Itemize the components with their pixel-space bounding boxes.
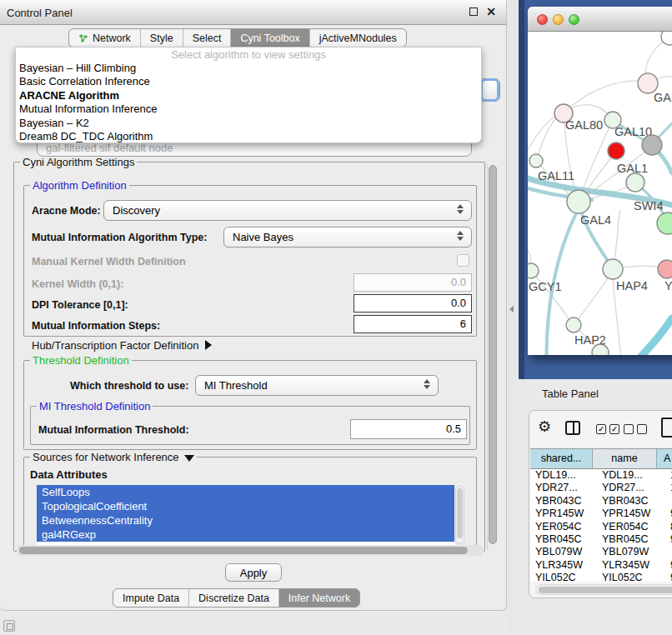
table-cell: YDL19...	[530, 469, 597, 482]
tab-jactivemnodules[interactable]: jActiveMNodules	[309, 29, 406, 47]
minimized-panel-icon[interactable]	[3, 620, 15, 632]
sources-toggle[interactable]: Sources for Network Inference	[30, 452, 197, 462]
settings-vscrollbar-thumb[interactable]	[489, 165, 497, 544]
divider-collapse-icon[interactable]	[509, 306, 514, 312]
table-cell: 9.	[665, 559, 672, 572]
network-node-gal11[interactable]	[529, 154, 543, 168]
column-header[interactable]: A	[657, 449, 672, 469]
which-threshold-combobox[interactable]: MI Threshold	[195, 375, 439, 396]
tab-impute-data[interactable]: Impute Data	[113, 589, 188, 607]
table-row[interactable]: YBL079WYBL079W	[530, 546, 672, 558]
network-edge[interactable]	[536, 113, 560, 161]
manual-kernel-label: Manual Kernel Width Definition	[32, 256, 186, 268]
table-cell: YBL079W	[530, 546, 597, 558]
tab-style[interactable]: Style	[140, 29, 183, 47]
gear-icon[interactable]: ⚙	[538, 419, 551, 434]
tab-network[interactable]: Network	[69, 29, 140, 47]
node-label: Y	[664, 279, 672, 292]
table-cell: 9.	[665, 508, 672, 520]
table-row[interactable]: YDR27...YDR27...12	[530, 482, 672, 494]
attributes-scrollbar[interactable]	[455, 486, 464, 544]
network-node[interactable]	[608, 142, 624, 159]
attribute-list-item[interactable]: gal4RGexp	[37, 528, 454, 542]
table-cell: YDL19...	[597, 469, 665, 482]
network-edge[interactable]	[615, 318, 672, 355]
network-node-gal4[interactable]	[567, 190, 590, 213]
which-threshold-value: MI Threshold	[204, 379, 268, 392]
dropdown-item[interactable]: Basic Correlation Inference	[16, 75, 481, 88]
dropdown-item[interactable]: Bayesian – K2	[16, 117, 481, 130]
close-traffic-light-icon[interactable]	[537, 14, 548, 25]
network-node-swi4[interactable]	[657, 212, 672, 234]
network-node[interactable]	[642, 135, 662, 155]
bottom-tabs: Impute DataDiscretize DataInfer Network	[113, 588, 360, 608]
attribute-list-item[interactable]: BetweennessCentrality	[37, 513, 454, 528]
table-row[interactable]: YER054CYER054C8.	[530, 521, 672, 533]
tab-cyni-toolbox[interactable]: Cyni Toolbox	[230, 29, 308, 47]
table-rows: YDL19...YDL19...13YDR27...YDR27...12YBR0…	[530, 469, 672, 582]
hub-definition-toggle[interactable]: Hub/Transcription Factor Definition	[32, 339, 212, 352]
tab-discretize-data[interactable]: Discretize Data	[188, 589, 278, 607]
aracne-mode-combobox[interactable]: Discovery	[103, 200, 472, 221]
tab-label: Style	[150, 32, 173, 44]
deselect-all-columns-icon[interactable]	[624, 424, 647, 434]
mi-type-value: Naive Bayes	[233, 231, 293, 243]
network-window-titlebar[interactable]	[528, 7, 672, 32]
minimize-traffic-light-icon[interactable]	[553, 14, 564, 25]
table-row[interactable]: YLR345WYLR345W9.	[530, 559, 672, 572]
network-node[interactable]	[592, 344, 609, 355]
dropdown-item[interactable]: Bayesian – Hill Climbing	[16, 62, 481, 75]
control-panel-window: Control Panel ✕ NetworkStyleSelectCyni T…	[0, 0, 507, 611]
table-row[interactable]: YIL052CYIL052C9.	[530, 572, 672, 582]
node-label: GAL11	[538, 169, 574, 182]
dropdown-item[interactable]: Dream8 DC_TDC Algorithm	[16, 130, 481, 143]
dropdown-prompt: Select algorithm to view settings	[16, 48, 481, 62]
mi-type-combobox[interactable]: Naive Bayes	[223, 227, 472, 248]
column-header[interactable]: shared...	[530, 449, 593, 469]
network-node-gcy1[interactable]	[528, 263, 539, 278]
tab-label: Infer Network	[288, 592, 350, 604]
panel-divider[interactable]	[507, 0, 519, 635]
dpi-tolerance-field[interactable]: 0.0	[354, 294, 472, 312]
network-edge[interactable]	[564, 81, 646, 113]
close-icon[interactable]: ✕	[486, 5, 496, 18]
network-node-y[interactable]	[658, 260, 672, 278]
kernel-width-field[interactable]: 0.0	[354, 273, 472, 292]
attribute-list-item[interactable]: TopologicalCoefficient	[37, 499, 454, 513]
aracne-mode-label: Aracne Mode:	[32, 205, 101, 217]
mi-threshold-field[interactable]: 0.5	[350, 419, 467, 439]
table-row[interactable]: YBR043CYBR043C	[530, 495, 672, 508]
network-canvas[interactable]: GALGAL80GAL10GAL11GAL1SWI4GAL4GCY1HAP4YH…	[528, 32, 672, 355]
node-label: SWI4	[634, 199, 663, 212]
table-cell: YLR345W	[530, 559, 597, 572]
combo-arrows-icon	[424, 379, 431, 389]
table-row[interactable]: YPR145WYPR145W9.	[530, 508, 672, 520]
network-node-hap2[interactable]	[566, 318, 581, 332]
table-row[interactable]: YBR045CYBR045C9.	[530, 533, 672, 546]
table-cell: 13	[665, 469, 672, 482]
mi-steps-field[interactable]: 6	[354, 315, 472, 333]
node-label: GAL4	[580, 213, 611, 227]
network-node[interactable]	[661, 32, 672, 45]
tab-infer-network[interactable]: Infer Network	[278, 589, 359, 607]
table-row[interactable]: YDL19...YDL19...13	[530, 469, 672, 482]
dropdown-item[interactable]: ARACNE Algorithm	[16, 89, 481, 102]
network-node-gal1[interactable]	[626, 173, 644, 192]
table-hscrollbar[interactable]	[535, 584, 672, 595]
table-panel: Table Panel ⚙ ✓✓ shared...nameA YDL19...…	[519, 379, 672, 635]
float-window-icon[interactable]	[469, 8, 478, 16]
dropdown-item[interactable]: Mutual Information Inference	[16, 102, 481, 116]
network-edge[interactable]	[574, 272, 611, 325]
settings-hscrollbar-thumb[interactable]	[19, 547, 468, 554]
network-node-hap4[interactable]	[603, 259, 623, 279]
export-table-icon[interactable]	[661, 418, 672, 438]
table-cell	[665, 546, 672, 558]
attribute-list-item[interactable]: SelfLoops	[37, 485, 454, 499]
column-header[interactable]: name	[593, 449, 657, 469]
tab-select[interactable]: Select	[183, 29, 231, 47]
manual-kernel-checkbox[interactable]	[457, 254, 469, 267]
select-all-columns-icon[interactable]: ✓✓	[596, 424, 619, 434]
columns-icon[interactable]	[565, 421, 580, 435]
zoom-traffic-light-icon[interactable]	[569, 14, 579, 25]
apply-button[interactable]: Apply	[225, 563, 282, 582]
